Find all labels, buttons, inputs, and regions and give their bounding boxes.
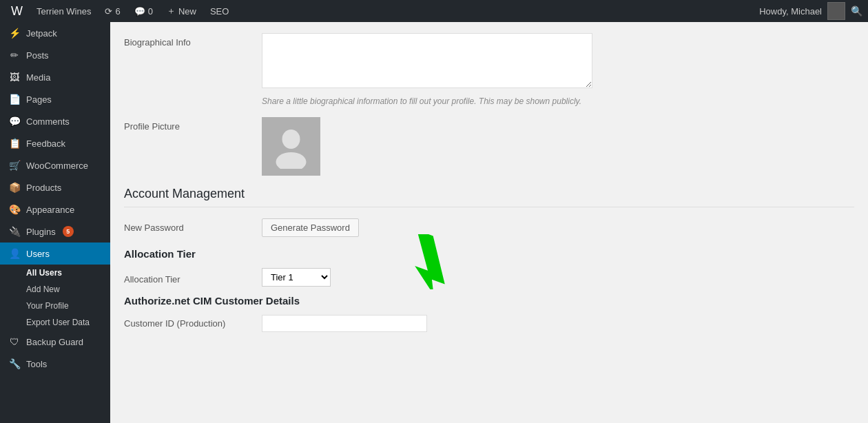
pages-icon: 📄 [8, 94, 21, 105]
wp-logo[interactable]: W [6, 1, 28, 21]
seo-item[interactable]: SEO [205, 6, 234, 17]
svg-point-0 [282, 130, 300, 149]
media-icon: 🖼 [8, 72, 21, 83]
adminbar-right: Howdy, Michael 🔍 [759, 2, 862, 20]
sidebar-item-products[interactable]: 📦 Products [0, 176, 110, 198]
svg-marker-2 [398, 234, 455, 289]
allocation-tier-select[interactable]: Tier 1 Tier 2 Tier 3 [262, 268, 331, 287]
allocation-tier-row: Allocation Tier Tier 1 Tier 2 Tier 3 [124, 268, 854, 287]
content-area: Biographical Info Share a little biograp… [110, 22, 868, 423]
profile-picture-row: Profile Picture [124, 117, 854, 176]
new-password-label: New Password [124, 218, 262, 233]
posts-icon: ✏ [8, 50, 21, 61]
sidebar-item-appearance[interactable]: 🎨 Appearance [0, 198, 110, 220]
sidebar-item-jetpack[interactable]: ⚡ Jetpack [0, 22, 110, 44]
biographical-info-label: Biographical Info [124, 33, 262, 48]
sidebar-item-label: Tools [26, 359, 47, 369]
sidebar-item-posts[interactable]: ✏ Posts [0, 44, 110, 66]
account-management-heading: Account Management [124, 187, 854, 207]
plugins-badge: 5 [63, 226, 74, 237]
sidebar-item-label: WooCommerce [26, 161, 88, 171]
sidebar-item-label: Products [26, 183, 61, 193]
backup-guard-icon: 🛡 [8, 336, 21, 347]
allocation-tier-heading: Allocation Tier [124, 248, 854, 260]
sidebar-item-woocommerce[interactable]: 🛒 WooCommerce [0, 154, 110, 176]
svg-point-1 [276, 152, 307, 169]
sidebar-item-tools[interactable]: 🔧 Tools [0, 353, 110, 375]
allocation-tier-label: Allocation Tier [124, 270, 262, 285]
allocation-tier-section: Allocation Tier Allocation Tier Tier 1 T… [124, 248, 854, 287]
generate-password-button[interactable]: Generate Password [262, 218, 359, 237]
sidebar-item-backup-guard[interactable]: 🛡 Backup Guard [0, 331, 110, 353]
bio-textarea[interactable] [262, 33, 592, 88]
sidebar-item-label: Posts [26, 50, 49, 61]
sidebar-item-label: Jetpack [26, 28, 57, 39]
sidebar-item-comments[interactable]: 💬 Comments [0, 110, 110, 132]
sidebar-item-label: Backup Guard [26, 337, 83, 347]
sidebar-item-label: Plugins [26, 227, 56, 237]
seo-label: SEO [210, 6, 229, 17]
sidebar-item-plugins[interactable]: 🔌 Plugins 5 [0, 220, 110, 243]
admin-bar: W Terrien Wines ⟳ 6 💬 0 ＋ New SEO Howdy,… [0, 0, 868, 22]
submenu-all-users[interactable]: All Users [0, 265, 110, 281]
sidebar-item-users[interactable]: 👤 Users [0, 243, 110, 265]
submenu-export-user-data[interactable]: Export User Data [0, 314, 110, 331]
profile-picture [262, 117, 320, 176]
feedback-icon: 📋 [8, 138, 21, 149]
site-name[interactable]: Terrien Wines [31, 6, 96, 17]
jetpack-icon: ⚡ [8, 28, 21, 39]
sidebar-item-label: Comments [26, 116, 70, 127]
sidebar: ⚡ Jetpack ✏ Posts 🖼 Media 📄 Pages 💬 Comm… [0, 22, 110, 423]
customer-id-input[interactable] [262, 315, 427, 332]
plus-icon: ＋ [167, 5, 176, 17]
sidebar-item-label: Feedback [26, 138, 65, 149]
comments-count: 0 [148, 6, 153, 17]
profile-picture-label: Profile Picture [124, 117, 262, 132]
biographical-info-row: Biographical Info [124, 33, 854, 88]
products-icon: 📦 [8, 182, 21, 193]
sidebar-item-label: Appearance [26, 205, 74, 215]
new-label: New [178, 6, 196, 17]
woocommerce-icon: 🛒 [8, 160, 21, 171]
submenu-add-new[interactable]: Add New [0, 281, 110, 298]
new-item[interactable]: ＋ New [161, 5, 202, 17]
customer-id-label: Customer ID (Production) [124, 315, 262, 329]
sidebar-item-label: Media [26, 72, 50, 83]
plugins-icon: 🔌 [8, 226, 21, 237]
submenu-your-profile[interactable]: Your Profile [0, 298, 110, 314]
updates-count: 6 [115, 6, 120, 17]
site-name-text: Terrien Wines [37, 6, 91, 17]
new-password-row: New Password Generate Password [124, 218, 854, 237]
comments-item[interactable]: 💬 0 [129, 6, 158, 17]
updates-icon: ⟳ [105, 6, 112, 17]
tools-icon: 🔧 [8, 358, 21, 369]
customer-id-row: Customer ID (Production) [124, 315, 854, 332]
bio-hint: Share a little biographical information … [262, 96, 854, 106]
sidebar-item-media[interactable]: 🖼 Media [0, 66, 110, 88]
avatar-svg [272, 124, 310, 169]
sidebar-item-feedback[interactable]: 📋 Feedback [0, 132, 110, 154]
arrow-annotation [393, 234, 455, 291]
green-arrow-icon [393, 234, 455, 289]
search-icon[interactable]: 🔍 [851, 6, 862, 17]
howdy-text: Howdy, Michael [759, 6, 822, 17]
authorize-heading: Authorize.net CIM Customer Details [124, 295, 854, 307]
comments-icon: 💬 [134, 6, 145, 17]
appearance-icon: 🎨 [8, 204, 21, 215]
sidebar-item-pages[interactable]: 📄 Pages [0, 88, 110, 110]
avatar[interactable] [827, 2, 845, 20]
sidebar-item-label: Pages [26, 94, 52, 105]
updates-item[interactable]: ⟳ 6 [99, 6, 125, 17]
comments-icon: 💬 [8, 116, 21, 127]
sidebar-item-label: Users [26, 249, 50, 259]
users-icon: 👤 [8, 248, 21, 259]
